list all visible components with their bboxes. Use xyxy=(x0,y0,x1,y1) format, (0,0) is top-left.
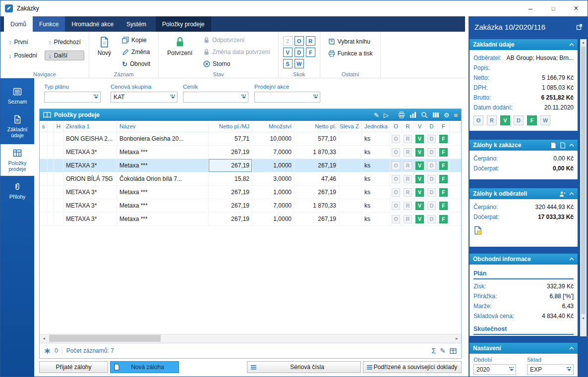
table-row[interactable]: METAXA 3* Metaxa *** 267,19 1,0000 267,1… xyxy=(40,213,461,226)
column-header-h[interactable]: H xyxy=(54,121,63,132)
section-header-zalohy-zakazka[interactable]: Zálohy k zakázce xyxy=(470,140,578,151)
section-header-obchodni[interactable]: Obchodní informace xyxy=(470,254,578,265)
field-value: 332,39 Kč xyxy=(547,283,574,290)
maximize-button[interactable]: □ xyxy=(542,0,565,16)
jump-d-button[interactable]: D xyxy=(294,48,304,57)
seriova-cisla-button[interactable]: Sériová čísla xyxy=(247,361,361,373)
app-icon xyxy=(5,4,13,12)
table-row[interactable]: METAXA 3* Metaxa *** 267,19 1,0000 267,1… xyxy=(40,186,461,199)
column-header-o[interactable]: O xyxy=(390,121,402,132)
scroll-right-icon[interactable]: ► xyxy=(453,335,461,343)
table-row[interactable]: ORION BÍLÁ 75G Čokoláda Orion bílá 7... … xyxy=(40,172,461,186)
column-header-netto-mj[interactable]: Netto pl./MJ xyxy=(209,121,252,132)
button-label: Obnovit xyxy=(130,60,150,67)
prijate-zalohy-button[interactable]: Přijaté zálohy xyxy=(39,361,108,373)
settings-gear-icon[interactable]: ⚙ xyxy=(444,112,450,118)
scroll-up-icon[interactable]: ▲ xyxy=(580,39,587,46)
scroll-down-icon[interactable]: ▼ xyxy=(580,315,587,322)
jump-w-button[interactable]: W xyxy=(294,59,304,68)
jump-r-button[interactable]: R xyxy=(306,36,315,46)
jump-o-button[interactable]: O xyxy=(294,36,304,46)
first-button[interactable]: ↑ První xyxy=(5,37,41,47)
tab-system[interactable]: Systém xyxy=(120,16,153,32)
print-icon[interactable] xyxy=(398,111,405,118)
section-header-zalohy-odberatel[interactable]: Zálohy k odběrateli xyxy=(470,188,578,199)
column-header-mnozstvi[interactable]: Množství xyxy=(252,121,294,132)
table-row[interactable]: METAXA 3* Metaxa *** 267,19 7,0000 1 870… xyxy=(40,199,461,213)
cenova-skupina-select[interactable]: KAT xyxy=(111,92,177,103)
jump-s-button[interactable]: S xyxy=(283,59,293,68)
last-button[interactable]: ↓ Poslední xyxy=(5,51,41,60)
section-zalohy-odberatel: Zálohy k odběrateli Čerpáno:320 444,93 K… xyxy=(470,188,578,247)
column-header-r[interactable]: R xyxy=(402,121,414,132)
next-button[interactable]: ↓ Další xyxy=(45,51,84,60)
columns-icon[interactable] xyxy=(432,111,439,118)
sidebar-item-zakladni-udaje[interactable]: Základní údaje xyxy=(0,110,34,142)
copy-button[interactable]: Kopie xyxy=(118,35,154,45)
note-document-icon[interactable] xyxy=(473,226,482,235)
status-o-box: O xyxy=(392,175,400,183)
grid-title: Položky prodeje xyxy=(54,111,100,118)
cell-netto-mj-focused[interactable]: 267,19 xyxy=(209,159,252,172)
scroll-left-icon[interactable]: ◄ xyxy=(40,335,48,343)
close-button[interactable]: × xyxy=(565,0,588,16)
typ-planu-select[interactable] xyxy=(44,92,101,103)
table-row-selected[interactable]: METAXA 3* Metaxa *** 267,19 1,0000 267,1… xyxy=(40,159,461,172)
column-header-sleva[interactable]: Sleva Z xyxy=(339,121,362,132)
column-header-blank[interactable] xyxy=(48,121,54,132)
sidebar-item-polozky-prodeje[interactable]: Položky prodeje xyxy=(0,144,34,176)
jump-f-button[interactable]: F xyxy=(306,48,315,57)
storno-button[interactable]: Storno xyxy=(200,59,274,69)
obdobi-select[interactable]: 2020 xyxy=(473,364,516,375)
tab-polozky-prodeje[interactable]: Položky prodeje xyxy=(156,16,211,32)
grid-edit-icon[interactable] xyxy=(450,348,457,354)
column-header-zkratka[interactable]: Zkratka 1 xyxy=(63,121,117,132)
column-header-nazev[interactable]: Název xyxy=(117,121,209,132)
confirm-button[interactable]: Potvrzení xyxy=(163,34,196,59)
chart-icon[interactable] xyxy=(410,111,416,118)
run-icon[interactable]: ▷ xyxy=(384,112,389,118)
column-header-d[interactable]: D xyxy=(426,121,438,132)
panel-title: Zakázka 10/2020/116 xyxy=(474,23,545,31)
sidebar-item-seznam[interactable]: Seznam xyxy=(0,83,34,108)
tab-funkce[interactable]: Funkce xyxy=(33,16,65,32)
previous-button[interactable]: ↑ Předchozí xyxy=(45,37,84,47)
sklad-select[interactable]: EXP xyxy=(527,364,574,375)
minimize-button[interactable]: – xyxy=(519,0,542,16)
status-d-box: D xyxy=(427,202,436,210)
ribbon: ↑ První ↑ Předchozí ↓ Poslední ↓ Další N… xyxy=(0,32,465,78)
sidebar-item-prilohy[interactable]: Přílohy xyxy=(0,178,34,204)
column-header-v[interactable]: V xyxy=(414,121,426,132)
nova-zaloha-button[interactable]: Nová záloha xyxy=(110,361,179,373)
refresh-button[interactable]: ↻ Obnovit xyxy=(118,59,154,69)
sum-icon[interactable]: Σ xyxy=(432,347,436,355)
filter-counter: 0 xyxy=(55,347,58,354)
jump-v-button[interactable]: V xyxy=(283,48,293,57)
tab-hromadne-akce[interactable]: Hromadné akce xyxy=(65,16,120,32)
new-button[interactable]: Nový xyxy=(94,34,115,59)
open-external-icon[interactable] xyxy=(576,24,583,30)
table-row[interactable]: BON GEISHA 2... Bonboniera Geisha 20... … xyxy=(40,132,461,146)
select-book-button[interactable]: Vybrat knihu xyxy=(325,37,376,47)
column-header-netto[interactable]: Netto pl. xyxy=(294,121,339,132)
section-header-nastaveni[interactable]: Nastavení xyxy=(470,343,578,354)
table-row[interactable]: METAXA 3* Metaxa *** 267,19 7,0000 1 870… xyxy=(40,146,461,159)
cenik-select[interactable] xyxy=(183,92,248,103)
search-icon[interactable] xyxy=(421,111,428,118)
podrizene-doklady-button[interactable]: Podřízené a související doklady xyxy=(363,361,462,373)
cancel-circle-icon xyxy=(203,60,210,67)
inline-edit-icon[interactable]: ✎ xyxy=(374,112,379,118)
scrollbar-thumb[interactable] xyxy=(49,335,161,342)
scrollbar-thumb[interactable] xyxy=(581,47,586,314)
prodejni-akce-select[interactable] xyxy=(254,92,320,103)
tab-domu[interactable]: Domů xyxy=(4,16,33,32)
functions-print-button[interactable]: Funkce a tisk xyxy=(325,49,376,58)
change-button[interactable]: Změna xyxy=(118,47,154,57)
cell-netto-mj: 267,19 xyxy=(209,146,252,159)
column-header-jednotka[interactable]: Jednotka xyxy=(362,121,390,132)
section-header-zakladni[interactable]: Základní údaje xyxy=(470,39,578,50)
menu-icon[interactable]: ≡ xyxy=(454,112,458,118)
edit-icon[interactable]: ✎ xyxy=(440,347,446,355)
column-header-s[interactable]: s xyxy=(40,121,48,132)
column-header-f[interactable]: F xyxy=(438,121,450,132)
